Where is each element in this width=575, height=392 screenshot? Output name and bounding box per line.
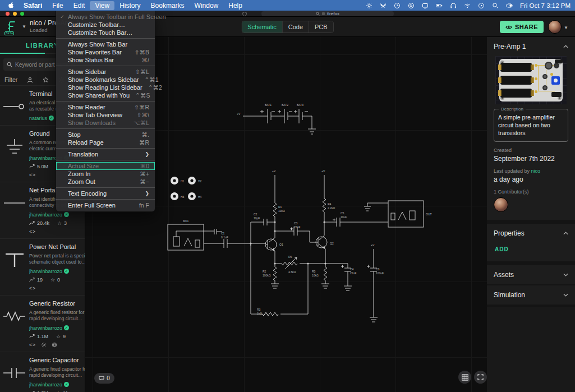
- menubar-clock[interactable]: Fri Oct 7 3:12 PM: [520, 2, 571, 9]
- menubar-item-window[interactable]: Window: [190, 1, 224, 10]
- menu-item-show-reader[interactable]: Show Reader⇧⌘R: [56, 103, 155, 111]
- star-icon[interactable]: ☆: [57, 220, 62, 226]
- tab-library[interactable]: LIBRARY: [26, 42, 59, 49]
- display-icon[interactable]: [422, 2, 429, 9]
- footprint-icon[interactable]: [52, 342, 57, 348]
- menu-separator: [56, 66, 155, 66]
- menu-item-stop[interactable]: Stop⌘.: [56, 131, 155, 139]
- avatar-caret-icon[interactable]: ▼: [564, 25, 568, 30]
- component-author[interactable]: jharwinbarrozo ✓: [29, 269, 85, 274]
- clock-icon[interactable]: [394, 2, 401, 9]
- grid-toggle-button[interactable]: [458, 371, 471, 384]
- logo-caret-icon[interactable]: ▼: [22, 24, 26, 29]
- user-filter-icon[interactable]: [27, 77, 33, 83]
- code-icon[interactable]: <>: [29, 342, 36, 348]
- menu-item-show-favorites-bar[interactable]: Show Favorites Bar⇧⌘B: [56, 48, 155, 56]
- star-filter-icon[interactable]: [43, 77, 49, 83]
- menubar-item-history[interactable]: History: [114, 1, 145, 10]
- component-author[interactable]: jharwinbarrozo ✓: [29, 325, 85, 331]
- star-icon[interactable]: ☆: [56, 390, 61, 392]
- schematic-label: +V: [321, 169, 325, 173]
- library-item-generic-resistor[interactable]: Generic ResistorA generic fixed resistor…: [0, 295, 85, 352]
- menu-item-customize-touch-bar[interactable]: Customize Touch Bar…: [56, 29, 155, 36]
- menu-item-show-reading-list-sidebar[interactable]: Show Reading List Sidebar⌃⌘2: [56, 84, 155, 91]
- chevron-down-icon[interactable]: [563, 273, 568, 276]
- comments-button[interactable]: 0: [94, 373, 114, 384]
- menu-item-text-encoding[interactable]: Text Encoding❯: [56, 190, 155, 197]
- menu-item-always-show-tab-bar[interactable]: Always Show Tab Bar: [56, 40, 155, 48]
- gear-icon[interactable]: [41, 342, 47, 348]
- tab-schematic[interactable]: Schematic: [242, 21, 282, 33]
- menubar-item-help[interactable]: Help: [223, 1, 247, 10]
- component-author[interactable]: jharwinbarrozo ✓: [29, 212, 85, 218]
- add-property-button[interactable]: ADD: [495, 246, 568, 252]
- usage-trend-icon: [29, 277, 35, 282]
- window-zoom-button[interactable]: [20, 12, 24, 16]
- beta-badge: BETA: [4, 31, 14, 35]
- star-icon[interactable]: ☆: [56, 334, 61, 339]
- search-icon[interactable]: [492, 2, 499, 9]
- menubar-item-view[interactable]: View: [90, 1, 114, 10]
- menu-item-show-shared-with-you[interactable]: Show Shared with You⌃⌘S: [56, 91, 155, 99]
- schematic-label: R5: [312, 270, 316, 273]
- usage-count: 19: [37, 277, 43, 283]
- comment-icon: [99, 376, 104, 381]
- fullscreen-button[interactable]: [474, 371, 487, 384]
- library-item-power-net-portal[interactable]: Power Net PortalPower net portal is a sp…: [0, 238, 85, 295]
- component-name: Power Net Portal: [29, 243, 85, 250]
- library-item-generic-capacitor[interactable]: Generic CapacitorA generic fixed capacit…: [0, 352, 85, 392]
- flux-icon[interactable]: [380, 2, 387, 9]
- window-minimize-button[interactable]: [13, 12, 17, 16]
- contributor-avatar[interactable]: [494, 197, 508, 212]
- apple-menu[interactable]: [4, 1, 17, 10]
- menubar-item-edit[interactable]: Edit: [68, 1, 90, 10]
- properties-title[interactable]: Properties: [494, 229, 525, 237]
- menubar-item-bookmarks[interactable]: Bookmarks: [146, 1, 190, 10]
- flux-logo[interactable]: BETA: [5, 20, 20, 34]
- menubar-item-file[interactable]: File: [47, 1, 68, 10]
- component-symbol-icon: [0, 300, 29, 348]
- updated-by-user[interactable]: nico: [531, 168, 541, 174]
- menu-item-enter-full-screen[interactable]: Enter Full Screenfn F: [56, 201, 155, 209]
- wifi-icon[interactable]: [464, 2, 471, 9]
- switch-icon[interactable]: [506, 2, 513, 9]
- tab-pcb[interactable]: PCB: [309, 21, 333, 33]
- schematic-label: +V: [371, 243, 375, 247]
- simulation-title[interactable]: Simulation: [494, 291, 525, 299]
- headphones-icon[interactable]: [450, 2, 457, 9]
- code-icon[interactable]: <>: [29, 229, 36, 234]
- code-icon[interactable]: <>: [29, 172, 36, 178]
- menu-item-zoom-out[interactable]: Zoom Out⌘−: [56, 178, 155, 186]
- play-icon[interactable]: [478, 2, 485, 9]
- view-dropdown-menu: ✓Always Show Toolbar in Full ScreenCusto…: [56, 11, 155, 212]
- code-icon[interactable]: <>: [29, 285, 36, 291]
- menu-item-show-status-bar[interactable]: Show Status Bar⌘/: [56, 56, 155, 64]
- menu-item-show-bookmarks-sidebar[interactable]: Show Bookmarks Sidebar⌃⌘1: [56, 76, 155, 84]
- shield-icon[interactable]: [242, 12, 247, 16]
- user-avatar[interactable]: [548, 20, 562, 34]
- component-author[interactable]: jharwinbarrozo ✓: [29, 382, 85, 388]
- assets-title[interactable]: Assets: [494, 271, 514, 279]
- menubar-item-safari[interactable]: Safari: [19, 1, 47, 10]
- window-close-button[interactable]: [6, 12, 10, 16]
- chevron-down-icon[interactable]: [563, 293, 568, 297]
- pcb-preview-image[interactable]: [495, 56, 567, 104]
- browser-g-icon[interactable]: [408, 2, 415, 9]
- menu-item-customize-toolbar[interactable]: Customize Toolbar…: [56, 21, 155, 29]
- star-icon[interactable]: ☆: [50, 277, 55, 283]
- settings-icon[interactable]: [366, 2, 372, 9]
- chevron-up-icon[interactable]: [563, 232, 568, 235]
- address-bar[interactable]: firefox: [261, 11, 394, 16]
- collapse-chevron-icon[interactable]: [563, 45, 568, 48]
- menu-item-show-sidebar[interactable]: Show Sidebar⇧⌘L: [56, 68, 155, 76]
- menu-item-zoom-in[interactable]: Zoom In⌘+: [56, 170, 155, 178]
- menu-item-translation[interactable]: Translation❯: [56, 150, 155, 158]
- description-field[interactable]: Description A simple pre-amplifier circu…: [494, 109, 568, 142]
- share-button[interactable]: SHARE: [500, 21, 544, 33]
- schematic-label: 4.6kΩ: [288, 270, 296, 274]
- menu-item-reload-page[interactable]: Reload Page⌘R: [56, 139, 155, 146]
- battery-icon[interactable]: [436, 2, 443, 9]
- menu-separator: [56, 187, 155, 188]
- menu-item-show-tab-overview[interactable]: Show Tab Overview⇧⌘\: [56, 111, 155, 119]
- tab-code[interactable]: Code: [283, 21, 309, 33]
